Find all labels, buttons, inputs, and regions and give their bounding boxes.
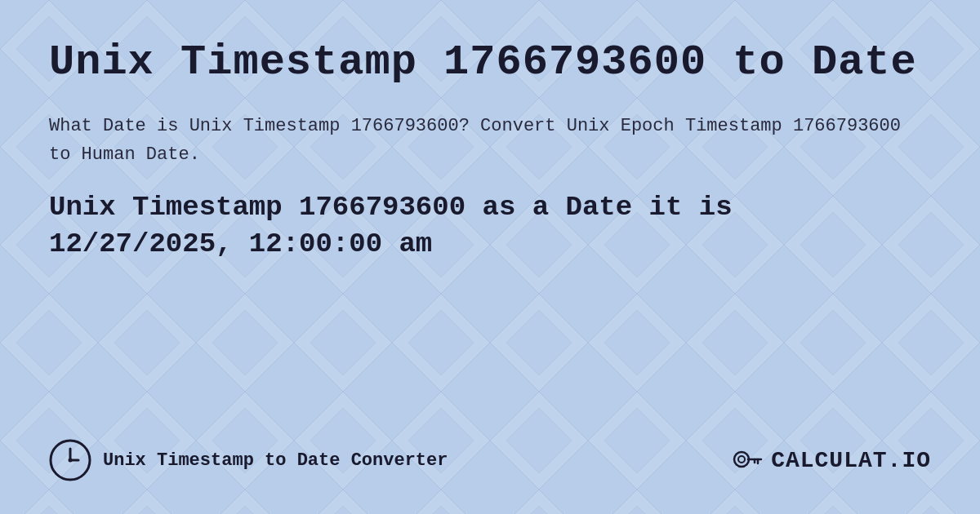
result-section: Unix Timestamp 1766793600 as a Date it i… — [49, 189, 931, 264]
footer: Unix Timestamp to Date Converter CALCULA… — [49, 426, 931, 481]
svg-point-9 — [738, 456, 745, 463]
result-text: Unix Timestamp 1766793600 as a Date it i… — [49, 189, 931, 264]
svg-point-7 — [69, 459, 73, 463]
page-content: Unix Timestamp 1766793600 to Date What D… — [0, 0, 980, 514]
footer-link-label[interactable]: Unix Timestamp to Date Converter — [103, 450, 448, 471]
result-label: Unix Timestamp 1766793600 as a Date it i… — [49, 192, 733, 223]
logo-area[interactable]: CALCULAT.IO — [730, 443, 931, 477]
logo-icon — [730, 443, 764, 477]
page-description: What Date is Unix Timestamp 1766793600? … — [49, 112, 931, 169]
result-value: 12/27/2025, 12:00:00 am — [49, 228, 432, 259]
svg-point-8 — [734, 452, 749, 467]
clock-icon — [49, 439, 91, 481]
logo-text: CALCULAT.IO — [771, 448, 931, 473]
page-title: Unix Timestamp 1766793600 to Date — [49, 39, 931, 86]
footer-left[interactable]: Unix Timestamp to Date Converter — [49, 439, 448, 481]
